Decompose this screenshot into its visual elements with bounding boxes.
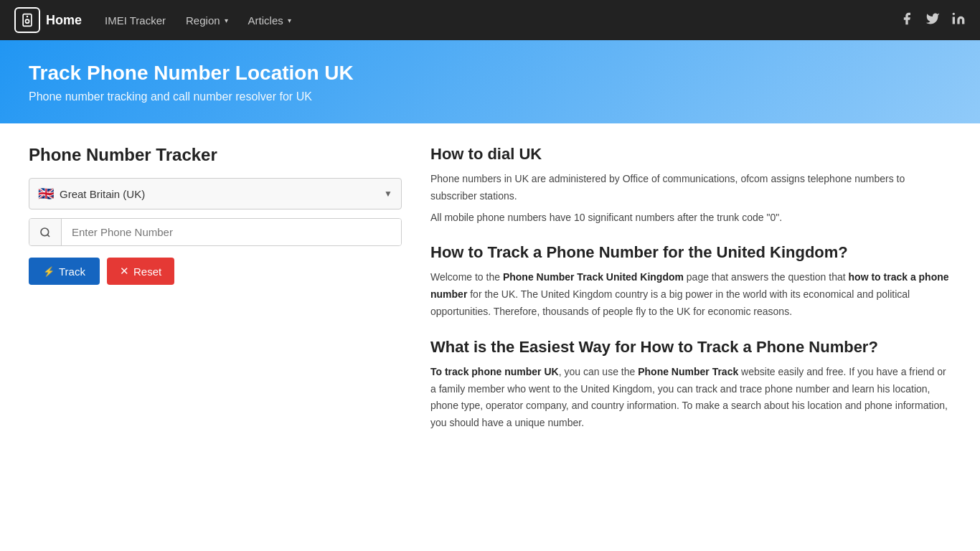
reset-icon: ✕	[120, 265, 129, 278]
nav-region[interactable]: Region ▾	[177, 9, 237, 32]
svg-point-1	[26, 19, 29, 23]
nav-links: IMEI Tracker Region ▾ Articles ▾	[96, 9, 900, 32]
region-chevron-icon: ▾	[225, 17, 228, 24]
country-dropdown-arrow-icon: ▼	[384, 189, 392, 199]
article-heading-2: What is the Easiest Way for How to Track…	[430, 338, 951, 357]
main-content: Phone Number Tracker 🇬🇧 Great Britain (U…	[0, 123, 980, 471]
navbar: Home IMEI Tracker Region ▾ Articles ▾	[0, 0, 980, 40]
track-button[interactable]: ⚡ Track	[29, 258, 100, 285]
article-para-2-0: To track phone number UK, you can use th…	[430, 364, 951, 432]
hero-title: Track Phone Number Location UK	[29, 62, 951, 85]
search-bar	[29, 218, 402, 246]
brand-label: Home	[46, 13, 82, 28]
country-select[interactable]: 🇬🇧 Great Britain (UK) ▼	[29, 178, 402, 209]
svg-point-4	[41, 228, 49, 236]
facebook-icon[interactable]	[900, 11, 914, 29]
article-how-to-dial: How to dial UK Phone numbers in UK are a…	[430, 145, 951, 226]
nav-imei-tracker[interactable]: IMEI Tracker	[96, 9, 174, 32]
track-icon: ⚡	[43, 266, 55, 277]
country-value: Great Britain (UK)	[60, 188, 145, 200]
search-icon-button[interactable]	[29, 219, 62, 245]
nav-articles[interactable]: Articles ▾	[240, 9, 300, 32]
article-para-1-0: Welcome to the Phone Number Track United…	[430, 269, 951, 320]
hero-banner: Track Phone Number Location UK Phone num…	[0, 40, 980, 123]
country-flag: 🇬🇧	[38, 186, 54, 202]
article-how-to-track: How to Track a Phone Number for the Unit…	[430, 243, 951, 320]
brand-logo[interactable]: Home	[14, 7, 82, 33]
articles-chevron-icon: ▾	[288, 17, 291, 24]
article-heading-1: How to Track a Phone Number for the Unit…	[430, 243, 951, 262]
linkedin-icon[interactable]	[951, 11, 966, 29]
action-buttons: ⚡ Track ✕ Reset	[29, 258, 402, 285]
bold-phrase-phone-number-track: Phone Number Track	[638, 366, 738, 377]
country-selector-wrapper: 🇬🇧 Great Britain (UK) ▼	[29, 178, 402, 209]
article-para-0-0: Phone numbers in UK are administered by …	[430, 171, 951, 205]
search-icon	[39, 227, 51, 238]
article-easiest-way: What is the Easiest Way for How to Track…	[430, 338, 951, 432]
article-heading-0: How to dial UK	[430, 145, 951, 164]
phone-input[interactable]	[62, 219, 401, 245]
article-para-0-1: All mobile phone numbers have 10 signifi…	[430, 209, 951, 227]
navbar-social	[900, 11, 966, 29]
reset-button[interactable]: ✕ Reset	[107, 258, 174, 285]
brand-icon	[14, 7, 40, 33]
bold-phrase-to-track: To track phone number UK	[430, 366, 559, 377]
tracker-title: Phone Number Tracker	[29, 145, 402, 165]
hero-subtitle: Phone number tracking and call number re…	[29, 90, 951, 103]
svg-line-5	[47, 235, 50, 237]
twitter-icon[interactable]	[925, 11, 940, 29]
left-panel: Phone Number Tracker 🇬🇧 Great Britain (U…	[29, 145, 402, 449]
right-panel: How to dial UK Phone numbers in UK are a…	[430, 145, 951, 449]
svg-point-3	[953, 12, 955, 14]
bold-phrase-track-uk: Phone Number Track United Kingdom	[503, 271, 684, 283]
